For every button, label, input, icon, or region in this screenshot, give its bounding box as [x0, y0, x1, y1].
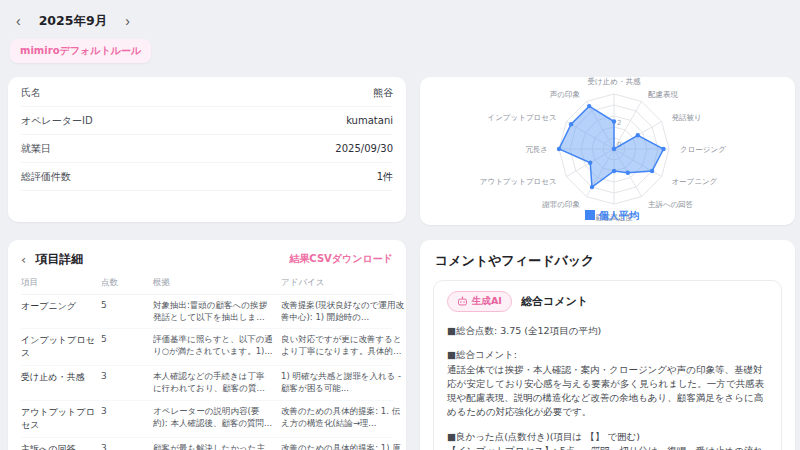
row-item-name: 主訴への回答	[21, 443, 101, 450]
ai-comment-box: 生成AI 総合コメント ■総合点数: 3.75 (全12項目の平均)■総合コメン…	[433, 280, 782, 450]
row-basis: 本人確認などの手続きは丁寧に行われており、顧客の質問に対...	[153, 371, 281, 394]
generative-ai-badge: 生成AI	[447, 291, 512, 312]
details-table: 項目点数根拠アドバイス オープニング 5 対象抽出:冒頭の顧客への挨拶発話として…	[21, 273, 393, 450]
feedback-card: コメントやフィードバック 生成AI 総合コメント	[420, 240, 795, 450]
table-row: 主訴への回答 3 顧客が最も解決したかった主訴/根本ニーズ(要約と理由): ..…	[21, 438, 393, 450]
comment-paragraph: ■良かった点(点数付き)(項目は 【】 で囲む)	[447, 430, 768, 444]
legend-swatch	[585, 210, 595, 220]
radar-data-point	[590, 185, 594, 189]
table-row: 受け止め・共感 3 本人確認などの手続きは丁寧に行われており、顧客の質問に対..…	[21, 366, 393, 400]
profile-value: 熊谷	[373, 86, 393, 100]
row-advice: 改善のための具体的提案: 1) 原因と理由を明確に伝える...	[281, 443, 406, 450]
prev-month-button[interactable]: ‹	[12, 12, 25, 30]
comment-paragraph: 【インプットプロセス】: 5点 — 質問・切り分け、復唱、受け止めの流れが適切で…	[447, 444, 768, 450]
legend-label: 個人平均	[598, 210, 639, 221]
radar-data-point	[587, 104, 591, 108]
next-month-button[interactable]: ›	[121, 12, 134, 30]
profile-label: 総評価件数	[21, 170, 71, 184]
profile-row: 総評価件数 1件	[21, 163, 393, 191]
row-advice: 改善のための具体的提案: 1. 伝え方の構造化(結論→理...	[281, 406, 406, 429]
row-score: 3	[101, 406, 153, 416]
row-item-name: アウトプットプロセス	[21, 406, 101, 432]
profile-value: 2025/09/30	[335, 143, 393, 154]
radar-chart-svg: 02受け止め・共感配慮表現発話被りクロージングオープニング主訴への回答顧客満足度…	[420, 77, 795, 225]
paragraph-gap	[447, 338, 768, 348]
radar-data-point	[612, 147, 616, 151]
radar-axis-label: 謝罪の印象	[542, 200, 580, 209]
radar-axis-label: 配慮表現	[648, 90, 679, 99]
month-title: 2025年9月	[39, 13, 108, 30]
radar-axis-label: オープニング	[671, 177, 717, 186]
paragraph-gap	[447, 420, 768, 430]
radar-chart: 02受け止め・共感配慮表現発話被りクロージングオープニング主訴への回答顧客満足度…	[420, 77, 795, 225]
row-score: 3	[101, 443, 153, 450]
radar-data-point	[569, 122, 573, 126]
table-row: インプットプロセス 5 評価基準に照らすと、以下の通り○が満たされています。1)…	[21, 329, 393, 366]
comment-paragraph: ■総合コメント:	[447, 348, 768, 362]
details-table-body: オープニング 5 対象抽出:冒頭の顧客への挨拶発話として以下を抽出しました...…	[21, 295, 393, 450]
details-table-header: 項目点数根拠アドバイス	[21, 273, 393, 295]
item-details-card: ‹ 項目詳細 結果CSVダウンロード 項目点数根拠アドバイス オープニング 5 …	[8, 240, 406, 450]
comment-paragraph: 通話全体では挨拶・本人確認・案内・クロージングや声の印象等、基礎対応が安定してお…	[447, 363, 768, 420]
row-item-name: 受け止め・共感	[21, 371, 101, 384]
profile-row: オペレーターID kumatani	[21, 107, 393, 135]
radar-data-point	[557, 147, 561, 151]
table-row: アウトプットプロセス 3 オペレーターの説明内容(要約): 本人確認後、顧客の質…	[21, 401, 393, 438]
radar-data-point	[612, 119, 616, 123]
profile-row: 就業日 2025/09/30	[21, 135, 393, 163]
row-score: 3	[101, 371, 153, 381]
radar-data-point	[626, 171, 630, 175]
ai-badge-row: 生成AI 総合コメント	[447, 291, 768, 312]
robot-icon	[457, 296, 468, 307]
comment-paragraph: ■総合点数: 3.75 (全12項目の平均)	[447, 324, 768, 338]
row-basis: オペレーターの説明内容(要約): 本人確認後、顧客の質問...	[153, 406, 281, 429]
profile-value: 1件	[377, 170, 393, 184]
chevron-left-icon[interactable]: ‹	[21, 252, 26, 267]
table-row: オープニング 5 対象抽出:冒頭の顧客への挨拶発話として以下を抽出しました...…	[21, 295, 393, 329]
radar-data-point	[650, 169, 654, 173]
operator-profile-card: 氏名 熊谷 オペレーターID kumatani 就業日 2025/09/30 総…	[8, 77, 406, 222]
radar-chart-card: 02受け止め・共感配慮表現発話被りクロージングオープニング主訴への回答顧客満足度…	[420, 77, 795, 225]
column-header: 項目	[21, 277, 101, 289]
profile-label: オペレーターID	[21, 114, 93, 128]
radar-legend[interactable]: 個人平均	[585, 210, 639, 221]
row-item-name: インプットプロセス	[21, 334, 101, 360]
row-item-name: オープニング	[21, 300, 101, 313]
rule-badge[interactable]: mimiroデフォルトルール	[10, 39, 151, 63]
radar-axis-label: インプットプロセス	[488, 113, 557, 122]
row-score: 5	[101, 334, 153, 344]
csv-download-link[interactable]: 結果CSVダウンロード	[289, 252, 393, 266]
radar-tick-label: 2	[617, 119, 621, 127]
row-advice: 1) 明確な共感と謝罪を入れる - 顧客が困る可能...	[281, 371, 406, 394]
row-score: 5	[101, 300, 153, 310]
row-advice: 改善提案(現状良好なので運用改善中心): 1) 開始時の...	[281, 300, 406, 323]
row-basis: 評価基準に照らすと、以下の通り○が満たされています。1)...	[153, 334, 281, 357]
radar-axis-label: 発話被り	[671, 113, 701, 122]
month-navigation: ‹ 2025年9月 ›	[12, 10, 795, 32]
column-header: 点数	[101, 277, 153, 289]
row-advice: 良い対応ですが更に改善するとより丁寧になります。具体的提...	[281, 334, 406, 357]
radar-axis-label: 主訴への回答	[648, 200, 693, 209]
overall-comment-subtitle: 総合コメント	[521, 294, 588, 309]
details-title: 項目詳細	[35, 251, 83, 268]
column-header: アドバイス	[281, 277, 406, 289]
row-basis: 顧客が最も解決したかった主訴/根本ニーズ(要約と理由): ...	[153, 443, 281, 450]
details-header: ‹ 項目詳細 結果CSVダウンロード	[21, 249, 393, 269]
ai-badge-label: 生成AI	[472, 295, 502, 308]
main-grid: 氏名 熊谷 オペレーターID kumatani 就業日 2025/09/30 総…	[8, 77, 795, 450]
profile-row: 氏名 熊谷	[21, 79, 393, 107]
radar-data-point	[612, 169, 616, 173]
radar-axis-label: 冗長さ	[525, 145, 548, 154]
radar-data-point	[636, 133, 640, 137]
profile-label: 就業日	[21, 142, 51, 156]
profile-label: 氏名	[21, 86, 41, 100]
row-basis: 対象抽出:冒頭の顧客への挨拶発話として以下を抽出しました...	[153, 300, 281, 323]
radar-data-point	[661, 147, 665, 151]
radar-data-point	[588, 161, 592, 165]
overall-comment-body: ■総合点数: 3.75 (全12項目の平均)■総合コメント:通話全体では挨拶・本…	[447, 324, 768, 450]
profile-value: kumatani	[346, 115, 393, 126]
page: ‹ 2025年9月 › mimiroデフォルトルール 氏名 熊谷 オペレーターI…	[0, 0, 800, 450]
column-header: 根拠	[153, 277, 281, 289]
feedback-title: コメントやフィードバック	[435, 252, 782, 270]
radar-axis-label: クロージング	[680, 145, 726, 154]
